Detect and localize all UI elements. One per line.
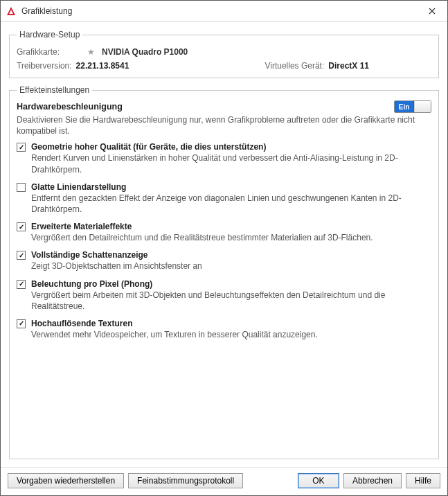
option-text: Vollständige SchattenanzeigeZeigt 3D-Obj…	[31, 250, 431, 272]
option-text: Beleuchtung pro Pixel (Phong)Vergrößert …	[31, 279, 431, 312]
ok-button[interactable]: OK	[298, 473, 339, 488]
option-row: Beleuchtung pro Pixel (Phong)Vergrößert …	[17, 279, 431, 312]
help-button[interactable]: Hilfe	[406, 473, 440, 488]
hwaccel-header: Hardwarebeschleunigung Ein	[17, 100, 431, 113]
option-row: Vollständige SchattenanzeigeZeigt 3D-Obj…	[17, 250, 431, 272]
effects-group: Effekteinstellungen Hardwarebeschleunigu…	[9, 85, 439, 459]
option-desc: Vergrößert beim Arbeiten mit 3D-Objekten…	[31, 290, 431, 312]
window-title: Grafikleistung	[21, 6, 417, 16]
option-desc: Rendert Kurven und Linienstärken in hohe…	[31, 152, 431, 175]
option-checkbox[interactable]	[17, 251, 26, 260]
dialog-content: Hardware-Setup Grafikkarte: ★ NVIDIA Qua…	[1, 21, 447, 467]
cancel-button[interactable]: Abbrechen	[343, 473, 402, 488]
close-icon	[429, 8, 436, 15]
option-text: Glatte LiniendarstellungEntfernt den gez…	[31, 182, 431, 215]
option-checkbox[interactable]	[17, 143, 26, 152]
effects-legend: Effekteinstellungen	[17, 85, 92, 95]
option-checkbox[interactable]	[17, 319, 26, 328]
tuner-log-button[interactable]: Feinabstimmungsprotokoll	[128, 473, 243, 488]
titlebar: Grafikleistung	[1, 1, 447, 21]
gpu-row: Grafikkarte: ★ NVIDIA Quadro P1000	[17, 47, 431, 57]
gpu-value: NVIDIA Quadro P1000	[102, 47, 188, 57]
driver-value: 22.21.13.8541	[76, 61, 129, 71]
option-checkbox[interactable]	[17, 183, 26, 192]
option-row: Glatte LiniendarstellungEntfernt den gez…	[17, 182, 431, 215]
option-row: Erweiterte MaterialeffekteVergrößert den…	[17, 222, 431, 243]
driver-label: Treiberversion:	[17, 61, 72, 71]
hardware-legend: Hardware-Setup	[17, 30, 82, 39]
star-icon: ★	[87, 47, 95, 57]
virtual-device-label: Virtuelles Gerät:	[265, 61, 324, 71]
driver-row: Treiberversion: 22.21.13.8541 Virtuelles…	[17, 61, 431, 71]
hwaccel-title: Hardwarebeschleunigung	[17, 102, 123, 112]
option-desc: Entfernt den gezackten Effekt der Anzeig…	[31, 193, 431, 215]
option-checkbox[interactable]	[17, 222, 26, 231]
option-title: Hochauflösende Texturen	[31, 319, 431, 328]
option-text: Erweiterte MaterialeffekteVergrößert den…	[31, 222, 431, 243]
options-list: Geometrie hoher Qualität (für Geräte, di…	[17, 142, 431, 340]
gpu-label: Grafikkarte:	[17, 47, 83, 57]
hwaccel-desc: Deaktivieren Sie die Hardwarebeschleunig…	[17, 114, 431, 136]
option-desc: Vergrößert den Detailreichtum und die Re…	[31, 232, 431, 243]
button-bar: Vorgaben wiederherstellen Feinabstimmung…	[1, 467, 447, 495]
virtual-device-value: DirectX 11	[328, 61, 369, 71]
app-icon	[5, 5, 17, 17]
restore-defaults-button[interactable]: Vorgaben wiederherstellen	[8, 473, 124, 488]
option-title: Vollständige Schattenanzeige	[31, 250, 431, 260]
hwaccel-toggle[interactable]: Ein	[394, 100, 431, 113]
option-title: Geometrie hoher Qualität (für Geräte, di…	[31, 142, 431, 152]
option-title: Erweiterte Materialeffekte	[31, 222, 431, 231]
option-title: Glatte Liniendarstellung	[31, 182, 431, 192]
option-checkbox[interactable]	[17, 280, 26, 289]
option-text: Hochauflösende TexturenVerwendet mehr Vi…	[31, 319, 431, 340]
toggle-knob	[414, 101, 431, 112]
toggle-on-label: Ein	[395, 101, 414, 112]
hardware-setup-group: Hardware-Setup Grafikkarte: ★ NVIDIA Qua…	[9, 30, 439, 78]
close-button[interactable]	[417, 1, 447, 21]
dialog-window: Grafikleistung Hardware-Setup Grafikkart…	[0, 0, 448, 496]
option-desc: Verwendet mehr Videospeicher, um Texture…	[31, 329, 431, 340]
option-text: Geometrie hoher Qualität (für Geräte, di…	[31, 142, 431, 175]
option-desc: Zeigt 3D-Objektschatten im Ansichtsfenst…	[31, 260, 431, 272]
option-row: Hochauflösende TexturenVerwendet mehr Vi…	[17, 319, 431, 340]
option-row: Geometrie hoher Qualität (für Geräte, di…	[17, 142, 431, 175]
option-title: Beleuchtung pro Pixel (Phong)	[31, 279, 431, 289]
